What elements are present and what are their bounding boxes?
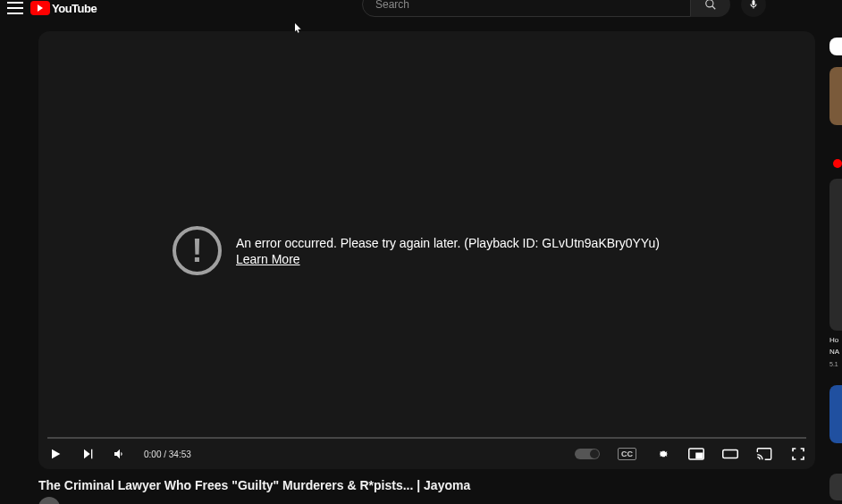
time-display: 0:00 / 34:53	[144, 449, 191, 459]
svg-rect-4	[723, 450, 738, 458]
error-message: An error occurred. Please try again late…	[236, 236, 660, 250]
recommended-thumb[interactable]	[829, 67, 842, 125]
fullscreen-button[interactable]	[790, 446, 806, 462]
play-button[interactable]	[47, 446, 63, 462]
channel-avatar[interactable]	[38, 497, 60, 504]
gear-icon	[655, 447, 669, 461]
recommended-thumb[interactable]	[829, 385, 842, 443]
fullscreen-icon	[791, 447, 805, 461]
logo-play-icon	[30, 1, 50, 15]
next-icon	[80, 447, 95, 461]
youtube-logo[interactable]: YouTube	[30, 1, 97, 15]
captions-button[interactable]: CC	[618, 448, 636, 460]
svg-line-1	[712, 6, 716, 10]
error-exclamation-icon: !	[173, 226, 222, 275]
recommended-thumb[interactable]	[829, 474, 842, 500]
miniplayer-icon	[688, 448, 704, 460]
menu-button[interactable]	[7, 2, 23, 14]
error-overlay: ! An error occurred. Please try again la…	[173, 226, 660, 275]
logo-text: YouTube	[52, 2, 97, 15]
settings-button[interactable]	[654, 446, 670, 462]
filter-chip[interactable]	[829, 38, 842, 55]
video-title: The Criminal Lawyer Who Frees "Guilty" M…	[38, 478, 470, 492]
recommended-meta: 5.1	[829, 361, 842, 367]
channel-row: Tyler Oliveira	[38, 497, 124, 504]
search-icon	[704, 0, 717, 11]
theater-icon	[722, 449, 738, 459]
live-badge	[833, 159, 842, 168]
search-button[interactable]	[691, 0, 730, 17]
svg-point-0	[706, 0, 713, 7]
volume-button[interactable]	[112, 446, 128, 462]
video-player[interactable]: ! An error occurred. Please try again la…	[38, 31, 815, 469]
search-placeholder: Search	[375, 0, 409, 11]
microphone-icon	[748, 0, 759, 10]
theater-button[interactable]	[722, 446, 738, 462]
cast-button[interactable]	[756, 446, 772, 462]
recommended-thumb[interactable]	[829, 179, 842, 331]
miniplayer-button[interactable]	[688, 446, 704, 462]
next-button[interactable]	[80, 446, 96, 462]
recommended-title[interactable]: Ho	[829, 336, 842, 344]
learn-more-link[interactable]: Learn More	[236, 252, 660, 266]
cast-icon	[756, 448, 772, 460]
volume-icon	[113, 447, 127, 461]
search-input[interactable]: Search	[362, 0, 691, 17]
svg-rect-3	[696, 453, 703, 458]
play-icon	[48, 447, 63, 461]
voice-search-button[interactable]	[741, 0, 766, 17]
autoplay-toggle[interactable]	[575, 449, 600, 459]
recommended-title[interactable]: NA	[829, 348, 842, 356]
